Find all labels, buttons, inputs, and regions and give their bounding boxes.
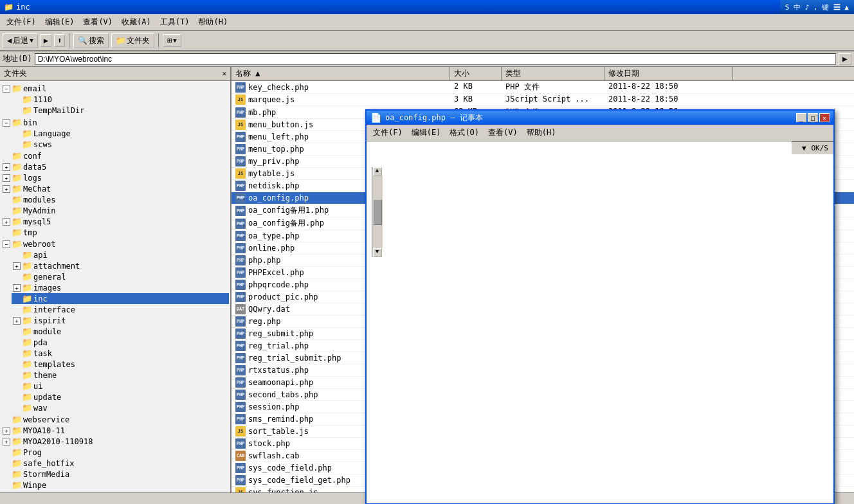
tree-node-tempmaildir[interactable]: 📁 TempMailDir [12,105,229,116]
tree-node-images[interactable]: + 📁 images [12,282,229,293]
tree-node-1110[interactable]: 📁 1110 [12,94,229,105]
tree-node-modules[interactable]: 📁 modules [1,194,229,205]
tree-node-update[interactable]: 📁 update [12,392,229,402]
address-input[interactable] [35,53,836,65]
tree-node-myoa2010[interactable]: + 📁 MYOA2010-110918 [1,436,229,447]
notepad-close-button[interactable]: ✕ [819,113,830,122]
file-date: 2011-8-22 18:50 [604,81,733,93]
tree-node-bin[interactable]: − 📁 bin 📁 Language 📁 scws [1,116,229,150]
expand-icon[interactable]: + [3,438,10,446]
forward-button[interactable]: ▶ [41,34,51,47]
notepad-content[interactable]: ▲ ▼ [367,141,792,503]
tree-node-module[interactable]: 📁 module [12,326,229,337]
expand-icon[interactable]: + [3,218,10,226]
col-header-type[interactable]: 类型 [502,67,604,80]
notepad-menu-help[interactable]: 帮助(H) [523,126,560,140]
tree-node-scws[interactable]: 📁 scws [12,139,229,150]
notepad-minimize-button[interactable]: _ [796,113,806,122]
expand-icon[interactable]: + [3,185,10,193]
tree-node-attachment[interactable]: + 📁 attachment [12,260,229,271]
notepad-menu-file[interactable]: 文件(F) [369,126,406,140]
tree-node-myoa10-11[interactable]: + 📁 MYOA10-11 [1,425,229,436]
tree-node-interface[interactable]: 📁 interface [12,304,229,315]
php-icon: PHP [235,402,246,412]
tree-node-api[interactable]: 📁 api [12,249,229,260]
search-button[interactable]: 🔍 搜索 [73,33,109,48]
expand-icon[interactable]: − [3,119,10,127]
tree-node-task[interactable]: 📁 task [12,348,229,359]
tree-node-ui[interactable]: 📁 ui [12,381,229,392]
tree-node-stormmedia[interactable]: 📁 StormMedia [1,469,229,480]
folder-icon: 📁 [22,94,32,104]
scrollbar-down-button[interactable]: ▼ [373,248,382,257]
folder-button[interactable]: 📁 文件夹 [111,33,154,48]
expand-icon[interactable]: − [3,85,10,93]
folder-icon: 📁 [12,206,22,215]
folder-icon: 📁 [12,426,22,435]
scrollbar-up-button[interactable]: ▲ [373,167,382,176]
tree-node-webservice[interactable]: 📁 webservice [1,414,229,425]
tree-node-mechat[interactable]: + 📁 MeChat [1,183,229,194]
tree-node-inc[interactable]: 📁 inc [12,293,229,304]
col-header-modified[interactable]: 修改日期 [604,67,733,80]
tree-node-language[interactable]: 📁 Language [12,128,229,139]
tree-node-ispirit[interactable]: + 📁 ispirit [12,315,229,326]
notepad-scrollbar[interactable]: ▲ ▼ [372,167,382,257]
col-header-name[interactable]: 名称 ▲ [232,67,450,80]
tree-area[interactable]: − 📁 email 📁 1110 📁 TempMai [0,81,230,492]
expand-icon[interactable]: + [3,427,10,435]
tree-node-webroot[interactable]: − 📁 webroot 📁 api + 📁 attac [1,238,229,414]
notepad-menu-view[interactable]: 查看(V) [484,126,522,140]
tree-node-mysql5[interactable]: + 📁 mysql5 [1,216,229,227]
tree-node-wav[interactable]: 📁 wav [12,402,229,413]
tree-node-safe-hotfix[interactable]: 📁 safe_hotfix [1,458,229,469]
menu-file[interactable]: 文件(F) [3,15,40,29]
back-button[interactable]: ◀ 后退 ▼ [3,33,38,48]
expand-icon[interactable]: + [13,262,21,270]
folder-icon: 📁 [22,250,32,260]
tree-node-zhjdata[interactable]: 📁 zhjData [1,491,229,492]
view-button[interactable]: ⊞ ▼ [163,34,181,47]
tree-node-templates[interactable]: 📁 templates [12,359,229,370]
table-row[interactable]: JSmarquee.js 3 KB JScript Script ... 201… [232,94,854,106]
expand-icon[interactable]: + [13,317,21,325]
tree-node-logs[interactable]: + 📁 logs [1,172,229,183]
tree-node-tmp[interactable]: 📁 tmp [1,227,229,238]
notepad-title-bar[interactable]: 📄 oa_config.php — 记事本 _ □ ✕ [367,111,833,125]
sidebar-label: 文件夹 [4,68,27,79]
tree-node-theme[interactable]: 📁 theme [12,370,229,381]
php-icon: PHP [235,365,246,375]
tree-node-general[interactable]: 📁 general [12,271,229,282]
tree-node-winpe[interactable]: 📁 Winpe [1,480,229,491]
table-row[interactable]: PHPkey_check.php 2 KB PHP 文件 2011-8-22 1… [232,81,854,94]
tree-node-pda[interactable]: 📁 pda [12,337,229,348]
expand-icon[interactable]: + [13,284,21,292]
notepad-window-controls[interactable]: _ □ ✕ [796,113,830,122]
tree-node-conf[interactable]: 📁 conf [1,150,229,161]
scrollbar-thumb[interactable] [373,199,382,225]
menu-favorites[interactable]: 收藏(A) [118,15,155,29]
menu-view[interactable]: 查看(V) [79,15,116,29]
address-go-button[interactable]: ▶ [839,53,851,65]
up-button[interactable]: ⬆ [54,34,65,47]
tree-node-data5[interactable]: + 📁 data5 [1,161,229,172]
tree-node-prog[interactable]: 📁 Prog [1,447,229,458]
back-dropdown-icon[interactable]: ▼ [30,37,33,44]
notepad-menu-format[interactable]: 格式(O) [446,126,483,140]
sidebar-close-button[interactable]: ✕ [222,69,226,78]
menu-help[interactable]: 帮助(H) [194,15,232,29]
folder-icon: 📁 [22,305,32,314]
expand-icon[interactable]: + [3,174,10,182]
tree-node-myadmin[interactable]: 📁 MyAdmin [1,205,229,216]
menu-tools[interactable]: 工具(T) [156,15,194,29]
notepad-menu-edit[interactable]: 编辑(E) [408,126,445,140]
expand-icon[interactable]: − [3,240,10,248]
address-label: 地址(D) [3,53,32,64]
title-bar: 📁 inc _ □ ✕ S 中 ♪ , 键 ☰ ▲ [0,0,854,14]
expand-icon[interactable]: + [3,163,10,171]
menu-edit[interactable]: 编辑(E) [41,15,78,29]
notepad-maximize-button[interactable]: □ [808,113,818,122]
tree-node-email[interactable]: − 📁 email 📁 1110 📁 TempMai [1,82,229,116]
col-header-size[interactable]: 大小 [450,67,502,80]
folder-icon: 📁 [22,392,32,402]
